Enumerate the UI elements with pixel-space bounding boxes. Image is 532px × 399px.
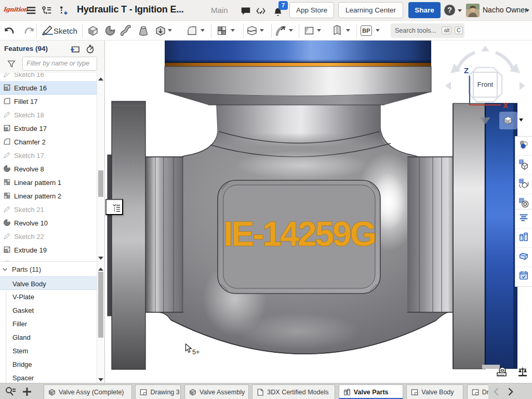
redo-icon[interactable]: [23, 24, 35, 37]
part-row[interactable]: Gland: [0, 330, 97, 344]
chevron-down-icon[interactable]: [2, 267, 8, 272]
avatar[interactable]: [466, 4, 480, 17]
view-cube-front-face[interactable]: Front: [473, 72, 497, 97]
feature-row[interactable]: Sketch 22: [0, 230, 97, 243]
feature-row[interactable]: Revolve 8: [0, 162, 97, 176]
learning-center-button[interactable]: Learning Center: [338, 2, 403, 18]
feature-row[interactable]: Linear pattern 2: [0, 189, 97, 203]
document-tab[interactable]: 3DX Certified Models: [252, 384, 335, 399]
linear-pattern-icon[interactable]: [216, 24, 228, 37]
feature-row[interactable]: Extrude 17: [0, 122, 97, 135]
add-tab-icon[interactable]: [21, 385, 33, 398]
view-cube-widget[interactable]: Front Z X: [442, 44, 530, 109]
ric-display-states[interactable]: [515, 158, 532, 175]
ric-named-views[interactable]: [515, 178, 532, 194]
thicken-icon[interactable]: [154, 24, 167, 37]
tabs-scroll-left-icon[interactable]: [491, 387, 502, 397]
part-row[interactable]: Gasket: [0, 303, 97, 317]
ric-appearance[interactable]: [515, 139, 532, 156]
extrude-icon[interactable]: [87, 24, 99, 37]
share-button[interactable]: Share: [408, 2, 441, 18]
feature-row[interactable]: Extrude 19: [0, 243, 97, 257]
hamburger-menu-icon[interactable]: [25, 5, 37, 16]
scroll-up-icon[interactable]: [97, 264, 104, 271]
scroll-down-icon[interactable]: [97, 253, 104, 260]
parts-scrollbar[interactable]: [97, 263, 104, 383]
thicken-caret-icon[interactable]: [168, 29, 172, 32]
part-row[interactable]: Stem: [0, 344, 97, 357]
document-tab[interactable]: Valve Body: [406, 384, 463, 399]
part-row[interactable]: Valve Body: [0, 276, 97, 290]
mass-properties-icon[interactable]: [516, 366, 529, 379]
user-caret-icon[interactable]: [525, 9, 529, 12]
app-logo[interactable]: Ignition: [3, 6, 26, 15]
versions-icon[interactable]: [41, 5, 52, 16]
ric-parts-list[interactable]: [515, 231, 532, 248]
add-folder-icon[interactable]: [70, 44, 80, 54]
draft-caret-icon[interactable]: [289, 29, 293, 32]
feature-row[interactable]: Sketch 18: [0, 108, 97, 122]
feature-row[interactable]: Sketch 17: [0, 149, 97, 162]
feature-row[interactable]: Extrude 16: [0, 81, 97, 95]
measure-tape-icon[interactable]: [496, 366, 508, 379]
graphics-viewport[interactable]: IE-14259G: [105, 41, 532, 383]
undo-icon[interactable]: [3, 24, 16, 37]
tab-search-icon[interactable]: [4, 385, 17, 398]
part-row[interactable]: Bridge: [0, 357, 97, 371]
document-tab[interactable]: Drawing 3: [135, 384, 181, 399]
plane-caret-icon[interactable]: [317, 29, 321, 32]
part-row[interactable]: Filler: [0, 317, 97, 330]
bp-caret-icon[interactable]: [376, 29, 380, 32]
parts-scrollbar-thumb[interactable]: [98, 272, 103, 338]
sweep-icon[interactable]: [120, 24, 132, 37]
document-tab[interactable]: Valve Assy (Complete): [44, 384, 132, 399]
parts-section-header[interactable]: Parts (11): [0, 262, 104, 276]
plane-icon[interactable]: [303, 24, 315, 37]
scroll-down-icon[interactable]: [97, 375, 104, 382]
feature-row[interactable]: Chamfer 2: [0, 135, 97, 149]
app-store-button[interactable]: App Store: [289, 2, 334, 18]
sheet-metal-icon[interactable]: [331, 24, 343, 37]
rollback-timer-icon[interactable]: [85, 44, 95, 54]
fillet-icon[interactable]: [185, 24, 198, 37]
sketch-button-label[interactable]: Sketch: [54, 26, 77, 35]
help-caret-icon[interactable]: [458, 9, 462, 12]
features-scrollbar-thumb[interactable]: [98, 170, 103, 197]
view-options-caret-icon[interactable]: [519, 118, 523, 122]
featurescript-icon[interactable]: [255, 5, 267, 17]
feature-row[interactable]: Fillet 17: [0, 95, 97, 108]
bp-tool-button[interactable]: BP: [361, 25, 372, 36]
feature-row[interactable]: Revolve 10: [0, 216, 97, 230]
linear-pattern-caret-icon[interactable]: [231, 29, 235, 32]
feature-row[interactable]: Mate connector 1: [0, 257, 97, 261]
split-caret-icon[interactable]: [260, 29, 264, 32]
document-tab[interactable]: Valve Assembly: [184, 384, 249, 399]
fillet-caret-icon[interactable]: [201, 29, 205, 32]
sheet-metal-caret-icon[interactable]: [346, 29, 350, 32]
tool-search-input[interactable]: Search tools... alt C: [391, 23, 464, 38]
help-icon[interactable]: ?: [444, 5, 455, 16]
feature-row[interactable]: Linear pattern 1: [0, 176, 97, 189]
features-scrollbar[interactable]: [97, 73, 104, 261]
draft-icon[interactable]: [274, 24, 287, 37]
chat-icon[interactable]: [240, 5, 251, 17]
feature-row[interactable]: Sketch 21: [0, 203, 97, 216]
part-row[interactable]: Spacer: [0, 371, 97, 383]
feature-filter-input[interactable]: Filter by name or type: [22, 57, 97, 71]
workspace-label[interactable]: Main: [211, 6, 228, 15]
revolve-icon[interactable]: [104, 24, 116, 37]
section-manipulator-icon[interactable]: [480, 117, 490, 124]
document-tab[interactable]: Drawing 4: [467, 384, 488, 399]
split-icon[interactable]: [246, 24, 258, 37]
view-cube-button[interactable]: [499, 112, 517, 129]
tabs-scroll-right-icon[interactable]: [505, 387, 515, 397]
add-user-icon[interactable]: [57, 5, 69, 16]
scroll-up-icon[interactable]: [97, 74, 104, 81]
collapse-panel-button[interactable]: [105, 199, 123, 215]
feature-row[interactable]: Sketch 16: [0, 73, 97, 81]
sketch-pencil-icon[interactable]: [41, 24, 54, 37]
document-tab[interactable]: Valve Parts: [339, 384, 403, 399]
ric-feature-list[interactable]: [515, 250, 532, 267]
user-menu[interactable]: Nacho Owner: [483, 6, 527, 14]
ric-bom-list[interactable]: [515, 212, 532, 229]
